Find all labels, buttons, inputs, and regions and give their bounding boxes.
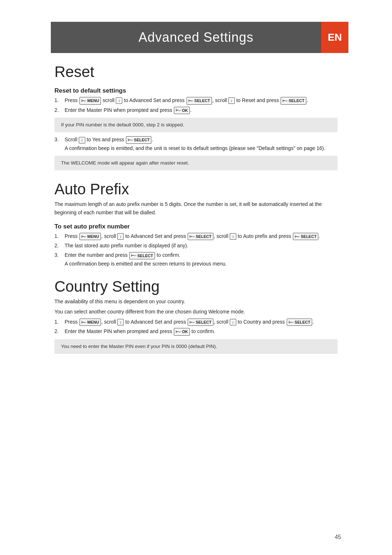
content-area: Reset Reset to default settings 1. Press… — [51, 63, 341, 354]
select-key: ⊢⌐SELECT — [188, 233, 213, 240]
reset-steps-cont: 3. Scroll ↕ to Yes and press ⊢⌐SELECT. A… — [54, 136, 338, 152]
select-key2: ⊢⌐SELECT — [281, 97, 306, 105]
auto-prefix-subsection-title: To set auto prefix number — [54, 223, 338, 230]
menu-key: ⊢⌐MENU — [79, 319, 101, 326]
step-text: Press ⊢⌐MENU, scroll ↕ to Advanced Set a… — [65, 318, 338, 326]
select-key3: ⊢⌐SELECT — [129, 252, 155, 260]
select-key: ⊢⌐SELECT — [187, 97, 212, 105]
step-text: Enter the Master PIN when prompted and p… — [65, 328, 338, 336]
step-content: Enter the number and press ⊢⌐SELECT to c… — [65, 251, 227, 268]
scroll-key3: ↕ — [79, 137, 85, 143]
page-wrapper: Advanced Settings EN Reset Reset to defa… — [0, 0, 392, 555]
select-key2: ⊢⌐SELECT — [287, 319, 312, 326]
country-step-2: 2. Enter the Master PIN when prompted an… — [54, 328, 338, 336]
scroll-key: ↕ — [117, 233, 124, 240]
reset-subsection-title: Reset to default settings — [54, 87, 338, 94]
reset-note-2: The WELCOME mode will appear again after… — [54, 156, 338, 170]
auto-prefix-step-3: 3. Enter the number and press ⊢⌐SELECT t… — [54, 251, 338, 268]
page-number: 45 — [335, 534, 341, 540]
step-num: 3. — [54, 251, 65, 259]
country-description-1: The availability of this menu is depende… — [54, 297, 338, 305]
reset-step-3: 3. Scroll ↕ to Yes and press ⊢⌐SELECT. A… — [54, 136, 338, 152]
step-subtext: A confirmation beep is emitted and the s… — [65, 260, 227, 268]
scroll-key2: ↕ — [228, 97, 235, 104]
step-text: Scroll ↕ to Yes and press ⊢⌐SELECT. — [65, 136, 325, 144]
country-steps: 1. Press ⊢⌐MENU, scroll ↕ to Advanced Se… — [54, 318, 338, 336]
reset-step-1: 1. Press ⊢⌐MENU scroll ↕ to Advanced Set… — [54, 97, 338, 105]
step-num: 2. — [54, 242, 65, 250]
select-key2: ⊢⌐SELECT — [293, 233, 318, 240]
reset-section-title: Reset — [54, 63, 338, 81]
step-text: Enter the Master PIN when prompted and p… — [65, 106, 338, 114]
step-text: Enter the number and press ⊢⌐SELECT to c… — [65, 251, 227, 259]
country-setting-section-title: Country Setting — [54, 278, 338, 295]
language-badge: EN — [321, 22, 348, 53]
menu-key: ⊢⌐MENU — [79, 97, 101, 105]
step-num: 1. — [54, 232, 65, 240]
scroll-key2: ↕ — [230, 233, 236, 240]
select-key: ⊢⌐SELECT — [188, 319, 213, 326]
auto-prefix-description: The maximum length of an auto prefix num… — [54, 200, 338, 216]
step-text: Press ⊢⌐MENU, scroll ↕ to Advanced Set a… — [65, 232, 338, 240]
reset-note-1: If your PIN number is the default 0000, … — [54, 118, 338, 132]
auto-prefix-section-title: Auto Prefix — [54, 181, 338, 198]
country-description-2: You can select another country different… — [54, 308, 338, 316]
step-subtext: A confirmation beep is emitted, and the … — [65, 145, 325, 152]
step-num: 2. — [54, 106, 65, 114]
auto-prefix-steps: 1. Press ⊢⌐MENU, scroll ↕ to Advanced Se… — [54, 232, 338, 268]
step-content: Scroll ↕ to Yes and press ⊢⌐SELECT. A co… — [65, 136, 325, 152]
ok-key: ⊢⌐OK — [174, 107, 189, 114]
country-step-1: 1. Press ⊢⌐MENU, scroll ↕ to Advanced Se… — [54, 318, 338, 326]
step-num: 2. — [54, 328, 65, 335]
step-text: The last stored auto prefix number is di… — [65, 242, 338, 250]
menu-key: ⊢⌐MENU — [79, 233, 101, 240]
step-num: 3. — [54, 136, 65, 143]
header-bar: Advanced Settings EN — [51, 22, 341, 53]
reset-steps: 1. Press ⊢⌐MENU scroll ↕ to Advanced Set… — [54, 97, 338, 114]
auto-prefix-step-2: 2. The last stored auto prefix number is… — [54, 242, 338, 250]
ok-key: ⊢⌐OK — [174, 328, 189, 336]
scroll-key: ↕ — [117, 319, 124, 325]
country-note: You need to enter the Master PIN even if… — [54, 339, 338, 354]
select-key3: ⊢⌐SELECT — [126, 136, 151, 144]
scroll-key: ↕ — [116, 97, 122, 104]
step-num: 1. — [54, 318, 65, 326]
auto-prefix-step-1: 1. Press ⊢⌐MENU, scroll ↕ to Advanced Se… — [54, 232, 338, 240]
step-num: 1. — [54, 97, 65, 104]
step-text: Press ⊢⌐MENU scroll ↕ to Advanced Set an… — [65, 97, 338, 105]
scroll-key2: ↕ — [230, 319, 236, 325]
page-title: Advanced Settings — [65, 30, 327, 45]
reset-step-2: 2. Enter the Master PIN when prompted an… — [54, 106, 338, 114]
